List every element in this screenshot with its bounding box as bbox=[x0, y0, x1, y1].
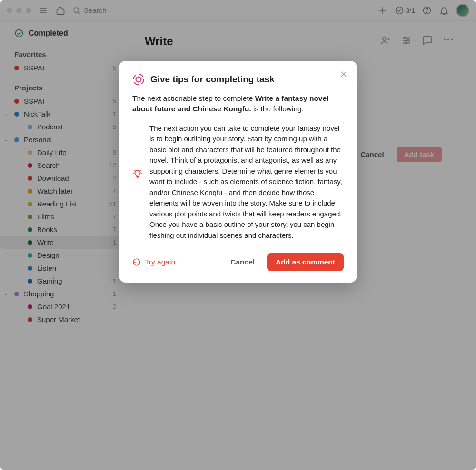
refresh-icon bbox=[132, 258, 141, 266]
modal-tip-text: The next action you can take to complete… bbox=[149, 123, 344, 241]
tips-modal: Give tips for completing task The next a… bbox=[119, 61, 357, 283]
try-again-button[interactable]: Try again bbox=[132, 258, 175, 266]
close-icon[interactable] bbox=[339, 69, 348, 81]
svg-point-20 bbox=[136, 77, 141, 82]
cancel-button[interactable]: Cancel bbox=[225, 254, 260, 270]
modal-intro: The next actionable step to complete Wri… bbox=[132, 93, 344, 115]
svg-line-27 bbox=[140, 170, 141, 171]
add-as-comment-button[interactable]: Add as comment bbox=[267, 253, 344, 271]
svg-line-26 bbox=[134, 170, 135, 171]
modal-overlay[interactable]: Give tips for completing task The next a… bbox=[0, 0, 476, 470]
try-again-label: Try again bbox=[145, 258, 175, 266]
modal-title: Give tips for completing task bbox=[150, 74, 275, 85]
lightbulb-icon bbox=[132, 169, 143, 179]
ai-logo-icon bbox=[132, 73, 145, 86]
